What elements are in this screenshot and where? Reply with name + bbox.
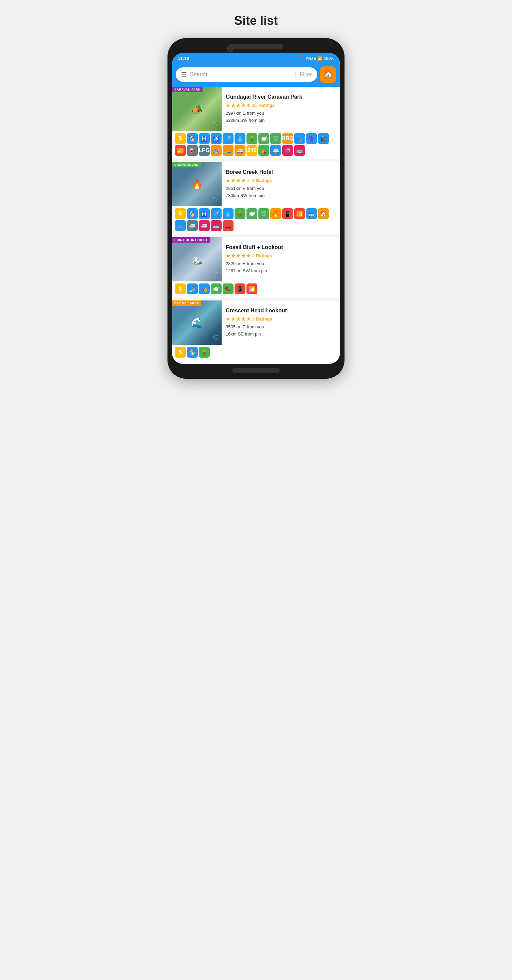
site-type-badge: POINT OF INTEREST [172, 237, 210, 243]
amenity-icon: 🚿 [282, 145, 293, 156]
amenity-icon: 🚌 [294, 145, 305, 156]
amenity-icon: 🚻 [199, 208, 210, 219]
favorite-icon[interactable]: ♡ [213, 195, 219, 204]
amenity-icon: 📶 [246, 283, 257, 294]
amenity-icon: BBQ [282, 133, 293, 144]
site-card[interactable]: 🌊DAY USE AREA♡Crescent Head Lookout★★★★★… [172, 301, 340, 361]
site-list: 🏕️CARAVAN PARK♡Gundagai River Caravan Pa… [172, 87, 340, 361]
site-card[interactable]: 🏕️CARAVAN PARK♡Gundagai River Caravan Pa… [172, 87, 340, 159]
site-name: Fossil Bluff + Lookout [226, 244, 336, 251]
filter-label: Filter [295, 72, 312, 78]
amenity-icon: 🔥 [270, 208, 281, 219]
favorite-icon[interactable]: ♡ [213, 334, 219, 342]
amenity-icon: 🏄 [187, 283, 198, 294]
amenity-icon: 💧 [234, 133, 246, 144]
amenity-icon: ♿ [211, 133, 222, 144]
site-rating: ★★★★★2 Ratings [226, 253, 336, 259]
site-type-badge: DAY USE AREA [172, 301, 201, 306]
amenity-icon: 🐕 [187, 347, 198, 358]
amenity-icon: 🚿 [223, 133, 233, 144]
amenity-icon: 🎭 [199, 283, 210, 294]
site-distance: 3505km E from you16km SE from pin [226, 324, 336, 338]
search-label: Search [190, 72, 292, 78]
site-info: Boree Creek Hotel★★★★★3 Ratings2861km E … [222, 162, 340, 206]
search-bar-container: ☰ Search Filter 🏠 [172, 64, 340, 87]
amenity-icon: $ [175, 347, 186, 358]
home-button[interactable]: 🏠 [320, 66, 337, 83]
amenity-icon: $ [175, 208, 186, 219]
page-title: Site list [234, 14, 278, 28]
phone-speaker [229, 44, 283, 49]
search-bar[interactable]: ☰ Search Filter [175, 67, 317, 82]
amenity-icon: LPG [199, 145, 210, 156]
amenity-row: $🏄🎭🍽️🥾📱📶 [172, 282, 340, 298]
amenity-icon: 🚐 [234, 145, 246, 156]
amenity-row: $🐕🚻🚿💧🌳🍽️🗑️🔥📱📶🚌🏠🚲🚐🚐🚌🚗 [172, 206, 340, 234]
amenity-icon: 📱 [234, 283, 246, 294]
menu-icon: ☰ [181, 71, 187, 78]
amenity-icon: 🥾 [223, 283, 233, 294]
amenity-icon: 🚻 [199, 133, 210, 144]
amenity-icon: 🚌 [211, 220, 222, 231]
amenity-icon: 🍽️ [246, 208, 257, 219]
amenity-icon: 🍽️ [211, 283, 222, 294]
favorite-icon[interactable]: ♡ [213, 120, 219, 128]
site-card[interactable]: 🔥CAMPGROUND♡Boree Creek Hotel★★★★★3 Rati… [172, 162, 340, 234]
site-card[interactable]: 🏔️POINT OF INTEREST♡Fossil Bluff + Looko… [172, 237, 340, 298]
phone-bottom-bar [232, 368, 280, 372]
amenity-icon: ⚕️ [306, 133, 317, 144]
site-image-wrap: 🔥CAMPGROUND♡ [172, 162, 222, 206]
site-rating: ★★★★★3 Ratings [226, 177, 336, 184]
site-type-badge: CAMPGROUND [172, 162, 201, 167]
amenity-icon: 240 [246, 145, 257, 156]
site-type-badge: CARAVAN PARK [172, 87, 203, 92]
site-info: Gundagai River Caravan Park★★★★★21 Ratin… [222, 87, 340, 131]
amenity-icon: 🚌 [211, 145, 222, 156]
amenity-icon: 🐕 [187, 208, 198, 219]
amenity-icon: $ [175, 283, 186, 294]
amenity-icon: 🎣 [294, 133, 305, 144]
amenity-icon: 📶 [175, 145, 186, 156]
wifi-icon: 📶 [317, 56, 322, 61]
amenity-icon: 🚂 [318, 133, 329, 144]
amenity-icon: 🚐 [199, 220, 210, 231]
phone-camera [227, 46, 233, 52]
amenity-icon: $ [175, 133, 186, 144]
site-name: Gundagai River Caravan Park [226, 94, 336, 101]
amenity-row: $🐕🌳 [172, 345, 340, 361]
site-image-wrap: 🏕️CARAVAN PARK♡ [172, 87, 222, 131]
status-time: 11:19 [178, 56, 189, 61]
lte-icon: VoLTE [306, 56, 316, 60]
site-rating: ★★★★★21 Ratings [226, 102, 336, 108]
amenity-icon: ⛺ [258, 145, 269, 156]
amenity-icon: 🚿 [211, 208, 222, 219]
site-image-wrap: 🏔️POINT OF INTEREST♡ [172, 237, 222, 282]
amenity-icon: 🗑️ [258, 208, 269, 219]
site-name: Crescent Head Lookout [226, 307, 336, 314]
amenity-row: $🐕🚻♿🚿💧🌳🍽️🗑️BBQ🎣⚕️🚂📶⛽LPG🚌🛏️🚐240⛺🚐🚿🚌 [172, 131, 340, 159]
amenity-icon: 🗑️ [270, 133, 281, 144]
site-distance: 2829km E from you1267km SW from pin [226, 260, 336, 275]
favorite-icon[interactable]: ♡ [213, 270, 219, 279]
amenity-icon: 🌳 [199, 347, 210, 358]
amenity-icon: 💧 [223, 208, 233, 219]
amenity-icon: 🍽️ [258, 133, 269, 144]
amenity-icon: 🚐 [270, 145, 281, 156]
status-icons: 📍 VoLTE 📶 100% [299, 56, 334, 61]
amenity-icon: 📶 [294, 208, 305, 219]
phone-screen: 11:19 📍 VoLTE 📶 100% ☰ Search Filter 🏠 🏕… [172, 53, 340, 364]
amenity-icon: 🚌 [306, 208, 317, 219]
phone-frame: 11:19 📍 VoLTE 📶 100% ☰ Search Filter 🏠 🏕… [167, 38, 345, 379]
amenity-icon: 📱 [282, 208, 293, 219]
amenity-icon: 🌳 [246, 133, 257, 144]
amenity-icon: 🌳 [234, 208, 246, 219]
battery-icon: 100% [324, 56, 334, 61]
site-info: Fossil Bluff + Lookout★★★★★2 Ratings2829… [222, 237, 340, 282]
amenity-icon: 🛏️ [223, 145, 233, 156]
signal-icon: 📍 [299, 56, 304, 61]
rating-count: 3 Ratings [252, 317, 272, 321]
site-info: Crescent Head Lookout★★★★★3 Ratings3505k… [222, 301, 340, 345]
rating-count: 21 Ratings [252, 103, 275, 108]
amenity-icon: 🚐 [187, 220, 198, 231]
site-distance: 2861km E from you730km SW from pin [226, 185, 336, 199]
